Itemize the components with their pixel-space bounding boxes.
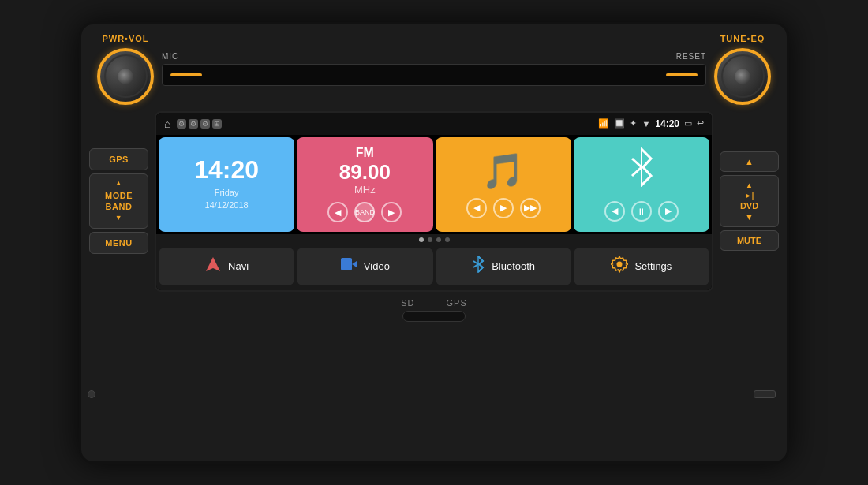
settings-app-label: Settings: [634, 260, 672, 272]
music-tile[interactable]: 🎵 ◀ ▶ ▶▶: [436, 137, 571, 232]
radio-band-button[interactable]: BAND: [354, 202, 375, 222]
dvd-label: ►|: [745, 192, 754, 200]
dvd-text: DVD: [740, 201, 758, 211]
navi-app-item[interactable]: Navi: [159, 248, 294, 285]
gear-icon-2[interactable]: [189, 119, 198, 129]
clock-tile[interactable]: 14:20 Friday 14/12/2018: [159, 137, 294, 232]
pwr-vol-label: PWR•VOL: [102, 34, 148, 43]
clock-date: Friday 14/12/2018: [205, 187, 249, 211]
bottom-port: [402, 311, 466, 322]
right-buttons: ▲ ▲ ►| DVD ▼ MUTE: [720, 111, 779, 292]
settings-app-item[interactable]: Settings: [574, 248, 709, 285]
mode-down-arrow: ▼: [115, 214, 122, 223]
music-controls: ◀ ▶ ▶▶: [466, 198, 541, 218]
pwr-vol-knob[interactable]: [97, 48, 154, 105]
car-head-unit: PWR•VOL MIC RESET TUNE•EQ: [79, 22, 789, 464]
bluetooth-app-icon: [471, 256, 485, 277]
settings-dots: [177, 119, 222, 129]
top-section: PWR•VOL MIC RESET TUNE•EQ: [81, 24, 787, 111]
cd-indicator-right: [666, 73, 698, 76]
gear-icon-3[interactable]: [200, 119, 210, 129]
video-label: Video: [364, 260, 390, 272]
gps-bottom-label: GPS: [447, 298, 467, 308]
radio-controls: ◀ BAND ▶: [327, 202, 402, 222]
reset-label: RESET: [676, 52, 706, 61]
right-decorative-rect: [754, 390, 776, 398]
status-left: ⌂: [164, 118, 222, 130]
clock-day: Friday: [215, 188, 239, 197]
bluetooth-tile[interactable]: ◀ ⏸ ▶: [574, 137, 709, 232]
bluetooth-app-item[interactable]: Bluetooth: [436, 248, 571, 285]
bluetooth-controls: ◀ ⏸ ▶: [604, 201, 679, 222]
cd-slot-area: MIC RESET: [154, 52, 714, 86]
svg-point-3: [617, 261, 623, 267]
radio-next-button[interactable]: ▶: [381, 202, 402, 222]
tune-eq-knob[interactable]: [714, 48, 771, 105]
right-knob-area: TUNE•EQ: [714, 34, 771, 105]
eject-icon: ▲: [745, 157, 754, 166]
mute-button[interactable]: MUTE: [720, 230, 779, 251]
clock-time: 14:20: [194, 157, 259, 182]
app-grid-top: 14:20 Friday 14/12/2018 FM 89.00 MHz ◀ B…: [156, 135, 712, 234]
bottom-section: SD GPS: [81, 292, 787, 325]
signal-icon: 📶: [598, 118, 609, 129]
dot-4: [445, 237, 450, 242]
radio-prev-button[interactable]: ◀: [327, 202, 348, 222]
dvd-button[interactable]: ▲ ►| DVD ▼: [720, 175, 779, 227]
status-bar: ⌂ 📶 🔲 ✦ ▼ 14:20 ▭ ↩: [156, 113, 712, 135]
svg-marker-0: [206, 257, 220, 271]
middle-section: GPS ▲ MODEBAND ▼ MENU ⌂: [81, 111, 787, 292]
svg-rect-1: [341, 258, 352, 270]
music-note-icon: 🎵: [481, 151, 525, 192]
mode-band-label: MODEBAND: [105, 190, 133, 213]
left-decorative-circle: [88, 390, 95, 398]
mode-band-button[interactable]: ▲ MODEBAND ▼: [89, 173, 148, 229]
cd-slot[interactable]: [162, 64, 706, 86]
mic-label: MIC: [162, 52, 178, 61]
left-knob-area: PWR•VOL: [97, 34, 154, 105]
back-icon[interactable]: ↩: [697, 118, 704, 129]
video-app-item[interactable]: Video: [297, 248, 432, 285]
radio-band-label: FM: [356, 146, 374, 160]
dot-1: [419, 237, 424, 242]
gps-button[interactable]: GPS: [89, 148, 148, 170]
settings-app-icon: [611, 256, 628, 278]
video-icon: [340, 257, 357, 275]
menu-button[interactable]: MENU: [89, 232, 148, 254]
gear-icon[interactable]: [177, 119, 186, 129]
clock-date-val: 14/12/2018: [205, 200, 249, 210]
screen: ⌂ 📶 🔲 ✦ ▼ 14:20 ▭ ↩: [155, 111, 713, 292]
dot-2: [428, 237, 432, 242]
tune-eq-label: TUNE•EQ: [720, 34, 765, 43]
cd-indicator-left: [170, 73, 202, 76]
bottom-labels: SD GPS: [401, 298, 467, 308]
dots-indicator: [156, 234, 712, 245]
mute-label: MUTE: [737, 236, 761, 245]
bluetooth-app-label: Bluetooth: [492, 260, 535, 272]
cd-top-labels: MIC RESET: [162, 52, 706, 61]
grid-icon[interactable]: [212, 119, 222, 129]
mode-up-arrow: ▲: [115, 179, 122, 188]
radio-frequency: 89.00: [339, 162, 391, 182]
bluetooth-status-icon: ✦: [630, 118, 637, 129]
navi-icon: [204, 256, 222, 278]
music-prev-button[interactable]: ◀: [466, 198, 487, 218]
battery-icon: ▭: [684, 118, 692, 129]
eject-button[interactable]: ▲: [720, 151, 779, 172]
app-grid-bottom: Navi Video Bluetooth Settings: [156, 245, 712, 290]
sd-label: SD: [401, 298, 414, 308]
left-buttons: GPS ▲ MODEBAND ▼ MENU: [89, 111, 148, 292]
svg-marker-2: [352, 261, 357, 267]
volume-icon: ▼: [642, 119, 650, 129]
bt-next-button[interactable]: ▶: [658, 201, 679, 222]
music-next-button[interactable]: ▶▶: [520, 198, 541, 218]
radio-tile[interactable]: FM 89.00 MHz ◀ BAND ▶: [297, 137, 432, 232]
music-play-button[interactable]: ▶: [493, 198, 514, 218]
navi-label: Navi: [228, 260, 249, 272]
bluetooth-icon: [626, 147, 657, 195]
bt-pause-button[interactable]: ⏸: [631, 201, 652, 222]
bt-prev-button[interactable]: ◀: [604, 201, 625, 222]
nav-icon: 🔲: [614, 118, 625, 129]
home-icon[interactable]: ⌂: [164, 118, 170, 130]
dvd-next-icon: ▼: [745, 212, 754, 222]
